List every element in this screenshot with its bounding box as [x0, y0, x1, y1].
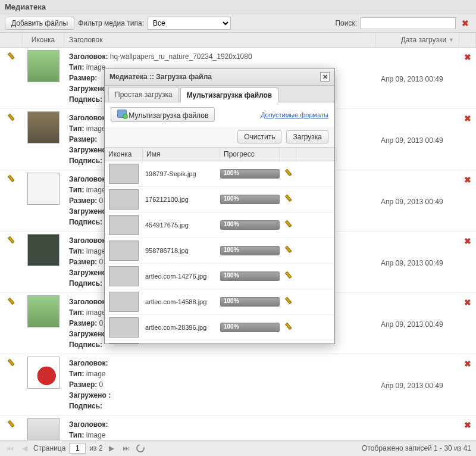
thumbnail: [27, 357, 60, 389]
page-of-label: из 2: [89, 444, 102, 452]
upload-row[interactable]: 958786718.jpg100%: [105, 238, 334, 264]
grid-header: Иконка Заголовок Дата загрузки ▼: [0, 33, 476, 48]
progress-bar: 100%: [220, 195, 280, 204]
edit-icon[interactable]: [5, 235, 17, 246]
close-icon[interactable]: ✕: [320, 72, 330, 82]
clear-button[interactable]: Очистить: [237, 130, 281, 143]
toolbar: Добавить файлы Фильтр медиа типа: Все По…: [0, 14, 476, 33]
col-header-title[interactable]: Заголовок: [64, 33, 376, 47]
allowed-formats-link[interactable]: Допустимые форматы: [261, 111, 328, 118]
edit-upload-icon[interactable]: [283, 193, 295, 205]
edit-upload-icon[interactable]: [283, 270, 295, 282]
upload-filename: artleo.com-28396.jpg: [143, 324, 220, 331]
start-upload-button[interactable]: Загрузка: [286, 130, 328, 143]
upload-thumbnail: [109, 343, 139, 343]
page-first-icon[interactable]: ⏮: [5, 443, 15, 454]
edit-icon[interactable]: [5, 173, 17, 185]
upload-row[interactable]: 198797-Sepik.jpg100%: [105, 161, 334, 187]
page-prev-icon[interactable]: ◀: [19, 443, 30, 454]
upload-thumbnail: [109, 241, 139, 261]
edit-upload-icon[interactable]: [283, 244, 295, 256]
row-date: Апр 09, 2013 00:49: [376, 234, 459, 290]
upload-dialog: Медиатека :: Загрузка файла ✕ Простая за…: [104, 68, 335, 344]
upload-row[interactable]: 454917675.jpg100%: [105, 213, 334, 238]
upload-row[interactable]: artleo.com-41588.jpg100%: [105, 341, 334, 343]
upload-filename: 198797-Sepik.jpg: [143, 170, 220, 177]
clear-search-icon[interactable]: ✖: [459, 18, 471, 28]
ucol-progress[interactable]: Прогресс: [220, 148, 280, 161]
delete-row-icon[interactable]: ✖: [462, 236, 474, 246]
upload-filename: artleo.com-14588.jpg: [143, 298, 220, 305]
ucol-name[interactable]: Имя: [143, 148, 220, 161]
page-number-input[interactable]: [69, 443, 86, 454]
upload-thumbnail: [109, 292, 139, 312]
upload-row[interactable]: 176212100.jpg100%: [105, 187, 334, 213]
ucol-icon[interactable]: Иконка: [105, 148, 143, 161]
multi-upload-button[interactable]: Мультизагрузка файлов: [111, 107, 215, 122]
row-date: Апр 09, 2013 00:49: [376, 173, 459, 229]
upload-grid-header: Иконка Имя Прогресс: [105, 147, 334, 161]
row-details: Заголовок: Тип: imageРазмер: 0Загружено …: [64, 357, 376, 413]
paging-toolbar: ⏮ ◀ Страница из 2 ▶ ⏭ Отображено записей…: [0, 440, 476, 456]
dialog-tabs: Простая загрузка Мультизагрузка файлов: [105, 86, 334, 102]
row-date: Апр 09, 2013 00:49: [376, 357, 459, 413]
row-date: Апр 09, 2013 00:49: [376, 295, 459, 351]
tab-simple-upload[interactable]: Простая загрузка: [108, 87, 179, 102]
edit-icon[interactable]: [5, 296, 17, 308]
thumbnail: [27, 50, 60, 82]
delete-row-icon[interactable]: ✖: [462, 52, 474, 62]
upload-list[interactable]: 198797-Sepik.jpg100%176212100.jpg100%454…: [105, 161, 334, 343]
page-last-icon[interactable]: ⏭: [121, 443, 131, 454]
edit-icon[interactable]: [5, 357, 17, 369]
col-header-date[interactable]: Дата загрузки ▼: [376, 33, 459, 47]
upload-row[interactable]: artleo.com-14276.jpg100%: [105, 264, 334, 289]
upload-thumbnail: [109, 215, 139, 235]
upload-filename: artleo.com-14276.jpg: [143, 273, 220, 280]
progress-bar: 100%: [220, 271, 280, 281]
page-label: Страница: [33, 444, 65, 452]
edit-upload-icon[interactable]: [283, 218, 295, 230]
edit-upload-icon[interactable]: [283, 295, 295, 307]
progress-bar: 100%: [220, 323, 280, 332]
upload-thumbnail: [109, 317, 139, 338]
display-msg: Отображено записей 1 - 30 из 41: [362, 444, 471, 452]
delete-row-icon[interactable]: ✖: [462, 420, 474, 430]
col-header-icon[interactable]: Иконка: [23, 33, 64, 47]
upload-icon: [117, 110, 127, 118]
upload-row[interactable]: artleo.com-28396.jpg100%: [105, 315, 334, 341]
progress-bar: 100%: [220, 297, 280, 307]
edit-icon[interactable]: [5, 418, 17, 430]
thumbnail: [27, 295, 60, 327]
delete-row-icon[interactable]: ✖: [462, 359, 474, 368]
thumbnail: [27, 234, 60, 266]
edit-icon[interactable]: [5, 112, 17, 124]
edit-upload-icon[interactable]: [283, 167, 295, 179]
upload-thumbnail: [109, 189, 139, 210]
upload-thumbnail: [109, 164, 139, 184]
delete-row-icon[interactable]: ✖: [462, 114, 474, 123]
table-row[interactable]: Заголовок: Тип: imageРазмер: 0Загружено …: [0, 354, 476, 416]
page-next-icon[interactable]: ▶: [107, 443, 117, 454]
upload-filename: 176212100.jpg: [143, 196, 220, 203]
search-input[interactable]: [361, 17, 456, 29]
filter-label: Фильтр медиа типа:: [78, 19, 144, 27]
panel-title: Медиатека: [0, 0, 476, 14]
sort-desc-icon: ▼: [449, 37, 454, 43]
refresh-icon[interactable]: [135, 443, 146, 454]
upload-filename: 958786718.jpg: [143, 247, 220, 254]
dialog-title[interactable]: Медиатека :: Загрузка файла ✕: [105, 68, 334, 86]
edit-upload-icon[interactable]: [283, 321, 295, 333]
row-date: Апр 09, 2013 00:49: [376, 111, 459, 167]
progress-bar: 100%: [220, 220, 280, 230]
upload-filename: 454917675.jpg: [143, 221, 220, 229]
row-date: Апр 09, 2013 00:49: [376, 50, 459, 106]
edit-icon[interactable]: [5, 51, 17, 63]
progress-bar: 100%: [220, 169, 280, 179]
search-label: Поиск:: [335, 19, 357, 27]
filter-select[interactable]: Все: [148, 17, 231, 30]
tab-multi-upload[interactable]: Мультизагрузка файлов: [180, 88, 279, 102]
upload-row[interactable]: artleo.com-14588.jpg100%: [105, 289, 334, 315]
delete-row-icon[interactable]: ✖: [462, 175, 474, 185]
delete-row-icon[interactable]: ✖: [462, 298, 474, 307]
add-files-button[interactable]: Добавить файлы: [5, 17, 74, 30]
